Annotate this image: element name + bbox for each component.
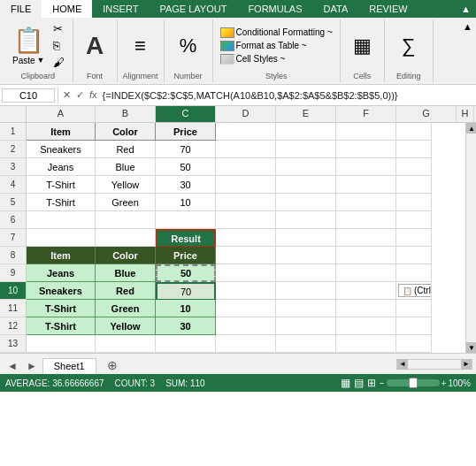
row-num-6[interactable]: 6 [0,211,26,229]
row-num-7[interactable]: 7 [0,229,26,247]
confirm-formula-btn[interactable]: ✓ [74,89,86,101]
add-sheet-btn[interactable]: ⊕ [100,356,125,374]
paste-button[interactable]: 📋 Paste ▼ [9,24,49,67]
cell-d5[interactable] [216,194,276,211]
col-header-h[interactable]: H [457,106,474,122]
cell-a8[interactable]: Item [27,247,96,264]
format-as-table-button[interactable]: Format as Table ~ [219,40,309,52]
cell-e5[interactable] [276,194,336,211]
cell-e11[interactable] [276,300,336,317]
zoom-out-icon[interactable]: − [380,378,385,388]
cell-b3[interactable]: Blue [96,158,156,176]
cell-g1[interactable] [396,123,432,141]
insert-function-btn[interactable]: fx [88,89,99,101]
cell-f8[interactable] [336,247,396,264]
cell-e3[interactable] [276,158,336,176]
cell-f11[interactable] [336,300,396,317]
cell-c4[interactable]: 30 [156,176,216,194]
cell-g8[interactable] [396,247,432,264]
cell-d2[interactable] [216,141,276,158]
cell-f9[interactable] [336,264,396,282]
cell-f10[interactable] [336,282,396,300]
cancel-formula-btn[interactable]: ✕ [61,89,73,101]
cell-a3[interactable]: Jeans [27,158,96,176]
scroll-up-btn[interactable]: ▲ [466,123,476,134]
cell-g3[interactable] [396,158,432,176]
sheet-tab-1[interactable]: Sheet1 [42,358,96,374]
cell-c12[interactable]: 30 [156,317,216,335]
col-header-a[interactable]: A [27,106,96,122]
cell-a6[interactable] [27,211,96,229]
cell-b10[interactable]: Red [96,282,156,300]
cell-styles-button[interactable]: Cell Styles ~ [219,53,288,65]
col-header-f[interactable]: F [336,106,396,122]
number-button[interactable]: % [173,33,204,59]
cell-a9[interactable]: Jeans [27,264,96,282]
cell-d13[interactable] [216,335,276,353]
cell-c13[interactable] [156,335,216,353]
cell-g13[interactable] [396,335,432,353]
cell-a13[interactable] [27,335,96,353]
cell-c9[interactable]: 50 [156,264,216,282]
cell-a7[interactable] [27,229,96,247]
cell-a11[interactable]: T-Shirt [27,300,96,317]
row-num-9[interactable]: 9 [0,264,26,282]
col-header-g[interactable]: G [396,106,457,122]
zoom-control[interactable]: − + 100% [380,378,471,388]
cell-g4[interactable] [396,176,432,194]
cell-b4[interactable]: Yellow [96,176,156,194]
h-scrollbar[interactable]: ◄ ► [128,359,476,370]
cell-b1[interactable]: Color [96,123,156,141]
cell-b13[interactable] [96,335,156,353]
cell-a1[interactable]: Item [27,123,96,141]
cell-b8[interactable]: Color [96,247,156,264]
row-num-11[interactable]: 11 [0,300,26,317]
cell-f12[interactable] [336,317,396,335]
cell-a4[interactable]: T-Shirt [27,176,96,194]
row-num-13[interactable]: 13 [0,335,26,353]
cell-f2[interactable] [336,141,396,158]
zoom-in-icon[interactable]: + [441,378,447,388]
zoom-slider[interactable] [387,379,440,386]
cell-b2[interactable]: Red [96,141,156,158]
tab-review[interactable]: REVIEW [358,0,418,18]
tab-page-layout[interactable]: PAGE LAYOUT [149,0,237,18]
col-header-d[interactable]: D [216,106,276,122]
copy-button[interactable]: ⎘ [50,38,67,53]
cell-f7[interactable] [336,229,396,247]
scroll-left-btn[interactable]: ◄ [397,359,408,370]
scroll-down-btn[interactable]: ▼ [466,342,476,353]
cell-e2[interactable] [276,141,336,158]
row-num-4[interactable]: 4 [0,176,26,194]
cell-d7[interactable] [216,229,276,247]
collapse-ribbon-btn[interactable]: ▲ [456,0,476,18]
sheet-nav-next[interactable]: ► [23,358,41,374]
format-painter-button[interactable]: 🖌 [50,55,67,70]
cell-g7[interactable] [396,229,432,247]
editing-button[interactable]: ∑ [393,33,425,59]
cell-a2[interactable]: Sneakers [27,141,96,158]
normal-view-btn[interactable]: ▦ [341,377,350,389]
cell-e7[interactable] [276,229,336,247]
row-num-1[interactable]: 1 [0,123,26,141]
col-header-c[interactable]: C [156,106,216,122]
cut-button[interactable]: ✂ [50,21,67,36]
cell-c6[interactable] [156,211,216,229]
cell-g2[interactable] [396,141,432,158]
cell-a10[interactable]: Sneakers [27,282,96,300]
cell-e4[interactable] [276,176,336,194]
cell-d10[interactable] [216,282,276,300]
cell-c3[interactable]: 50 [156,158,216,176]
cell-e10[interactable] [276,282,336,300]
cell-e12[interactable] [276,317,336,335]
cell-b6[interactable] [96,211,156,229]
cell-f1[interactable] [336,123,396,141]
cell-g6[interactable] [396,211,432,229]
cell-b11[interactable]: Green [96,300,156,317]
tab-formulas[interactable]: FORMULAS [237,0,312,18]
cell-e13[interactable] [276,335,336,353]
ctrl-tooltip[interactable]: 📋 (Ctrl) ▼ [398,284,432,297]
cell-d4[interactable] [216,176,276,194]
cell-a5[interactable]: T-Shirt [27,194,96,211]
cell-c1[interactable]: Price [156,123,216,141]
